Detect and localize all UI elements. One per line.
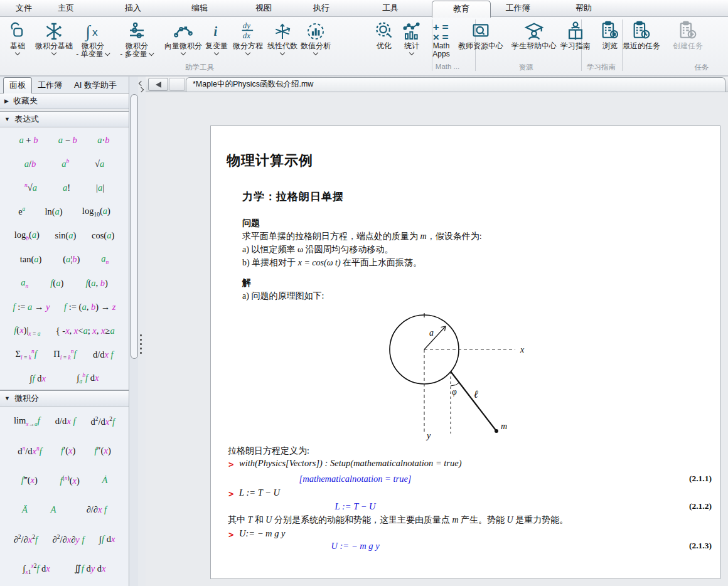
menu-item-workbook[interactable]: 工作簿: [501, 0, 535, 16]
palette-item[interactable]: ∂2/∂x∂y f: [51, 534, 86, 545]
palette-item[interactable]: √a: [94, 159, 105, 169]
palette-item[interactable]: limx→af: [13, 415, 41, 427]
chevron-down-icon[interactable]: [313, 50, 318, 55]
palette-item[interactable]: ∬f dy dx: [73, 563, 107, 574]
chevron-down-icon[interactable]: [149, 51, 154, 56]
ribbon-tool-vector-calculus[interactable]: 向量微积分: [164, 18, 202, 56]
menu-tab-education-active[interactable]: 教育: [432, 1, 491, 18]
palette-item[interactable]: log10(a): [81, 206, 112, 218]
palette-item[interactable]: f″(x): [94, 445, 112, 456]
palette-item[interactable]: ∫abf dx: [76, 372, 100, 385]
maple-input[interactable]: U:= − m g y: [239, 528, 286, 539]
palette-item[interactable]: a − b: [57, 135, 78, 146]
palette-item[interactable]: A⃛: [50, 504, 65, 515]
sidebar-scrollbar-thumb[interactable]: [131, 94, 138, 359]
palette-item[interactable]: a/b: [23, 159, 38, 169]
palette-item[interactable]: ∂2/∂x2f: [13, 534, 39, 545]
menu-item-file[interactable]: 文件: [11, 0, 37, 16]
chevron-down-icon[interactable]: [409, 50, 414, 55]
palette-item[interactable]: ∫f dx: [98, 534, 116, 545]
palette-item[interactable]: d2/dx2f: [89, 416, 116, 427]
chevron-down-icon[interactable]: [181, 50, 186, 55]
sidebar-tab-palettes[interactable]: 面板: [3, 77, 32, 93]
palette-item[interactable]: an: [100, 253, 110, 265]
palette-item[interactable]: Πi = knf: [52, 348, 77, 361]
ribbon-tool-optimization[interactable]: 优化: [373, 18, 395, 50]
menu-item-tools[interactable]: 工具: [377, 0, 404, 16]
chevron-down-icon[interactable]: [280, 50, 285, 55]
chevron-down-icon[interactable]: [105, 51, 110, 56]
palette-item[interactable]: a + b: [18, 135, 39, 146]
palette-item[interactable]: ∫f dx: [29, 373, 47, 384]
sidebar-tab-ai-assistant[interactable]: AI 数学助手: [74, 80, 117, 91]
splitter-drag-handle[interactable]: [140, 334, 142, 354]
palette-item[interactable]: { -x, x<a; x, x≥a: [55, 326, 116, 336]
ribbon-tool-study-guides[interactable]: 学习指南: [560, 18, 591, 50]
forward-button[interactable]: [169, 78, 185, 91]
document-tab[interactable]: *Maple中的Physics函数包介绍.mw: [186, 77, 725, 92]
chevron-down-icon[interactable]: [15, 50, 20, 55]
sidebar-splitter[interactable]: [138, 77, 146, 586]
ribbon-tool-statistics[interactable]: 统计: [402, 18, 422, 56]
palette-section-favorites[interactable]: ▶ 收藏夹: [0, 93, 129, 109]
palette-item[interactable]: Σi = knf: [14, 348, 38, 361]
ribbon-tool-math-apps[interactable]: + = × = Math Apps: [431, 18, 451, 58]
ribbon-tool-differential-equations[interactable]: dy dx 微分方程: [233, 18, 263, 56]
palette-item[interactable]: a!: [62, 183, 72, 193]
palette-item[interactable]: f(n)(x): [59, 475, 81, 486]
palette-item[interactable]: a·b: [96, 135, 110, 146]
palette-item[interactable]: n√a: [23, 182, 38, 193]
ribbon-tool-complex-variables[interactable]: i 复变量: [205, 18, 228, 56]
palette-item[interactable]: an: [19, 277, 29, 289]
menu-item-help[interactable]: 帮助: [570, 0, 597, 16]
ribbon-tool-numeric-analysis[interactable]: 数值分析: [301, 18, 331, 56]
back-button[interactable]: [148, 78, 168, 91]
palette-item[interactable]: ∂/∂x f: [85, 504, 108, 515]
chevron-down-icon[interactable]: [51, 50, 56, 55]
palette-item[interactable]: tan(a): [19, 254, 43, 265]
palette-item[interactable]: ea: [17, 206, 26, 217]
ribbon-tool-linear-algebra[interactable]: 线性代数: [267, 18, 297, 56]
ribbon-tool-recent-tasks[interactable]: 最近的任务: [623, 18, 660, 50]
menu-item-view[interactable]: 视图: [250, 0, 277, 16]
palette-item[interactable]: Ȧ: [100, 475, 109, 486]
sidebar-tab-workbook[interactable]: 工作簿: [38, 80, 62, 91]
maple-window: 文件 主页 插入 编辑 视图 执行 工具 工作簿 帮助 教育 基础: [0, 0, 728, 586]
palette-item[interactable]: ln(a): [44, 206, 64, 217]
menu-item-edit[interactable]: 编辑: [186, 0, 213, 16]
palette-item[interactable]: f(x)|x = a: [13, 325, 41, 337]
maple-input[interactable]: L := T − U: [239, 487, 280, 498]
palette-item[interactable]: d/dx f: [54, 416, 77, 427]
palette-item[interactable]: f(a, b): [84, 278, 109, 289]
palette-item[interactable]: cos(a): [90, 230, 115, 241]
palette-item[interactable]: sin(a): [54, 230, 78, 241]
chevron-down-icon[interactable]: [214, 50, 219, 55]
palette-item[interactable]: ∫x1x2f dx: [22, 563, 51, 575]
maple-input[interactable]: with(Physics[Vectors]) : Setup(mathemati…: [239, 458, 462, 469]
palette-item[interactable]: dn/dxnf: [16, 445, 43, 457]
palette-item[interactable]: (a¦b): [62, 254, 81, 265]
palette-item[interactable]: |a|: [95, 183, 105, 193]
palette-item[interactable]: logb(a): [13, 230, 41, 242]
ribbon-tool-basics[interactable]: 基础: [8, 18, 27, 56]
menu-item-home[interactable]: 主页: [53, 0, 79, 16]
palette-item[interactable]: ab: [60, 158, 70, 169]
ribbon-tool-teacher-resource-center[interactable]: 教师资源中心: [458, 18, 503, 50]
palette-section-calculus[interactable]: ▼ 微积分: [0, 390, 129, 407]
menu-item-evaluate[interactable]: 执行: [308, 0, 335, 16]
palette-item[interactable]: f′(x): [60, 445, 77, 456]
chevron-down-icon[interactable]: [245, 50, 250, 55]
menu-item-insert[interactable]: 插入: [120, 0, 146, 16]
ribbon-tool-calculus-basics[interactable]: 微积分基础: [35, 18, 73, 56]
ribbon-tool-calculus-multi-variable[interactable]: 微积分 - 多变量: [120, 18, 153, 58]
palette-item[interactable]: f(a): [49, 278, 65, 289]
palette-item[interactable]: Ä: [21, 504, 29, 515]
palette-item[interactable]: f := a → y: [12, 302, 51, 312]
palette-item[interactable]: f‴(x): [20, 475, 39, 486]
ribbon-tool-student-help-center[interactable]: 学生帮助中心: [511, 18, 557, 50]
ribbon-tool-calculus-single-variable[interactable]: ∫ x 微积分 - 单变量: [76, 18, 109, 58]
palette-item[interactable]: f := (a, b) → z: [63, 302, 117, 312]
palette-section-expressions[interactable]: ▼ 表达式: [0, 111, 129, 127]
ribbon-tool-browse-tasks[interactable]: 浏览: [599, 18, 621, 50]
palette-item[interactable]: d/dx f: [92, 349, 115, 360]
